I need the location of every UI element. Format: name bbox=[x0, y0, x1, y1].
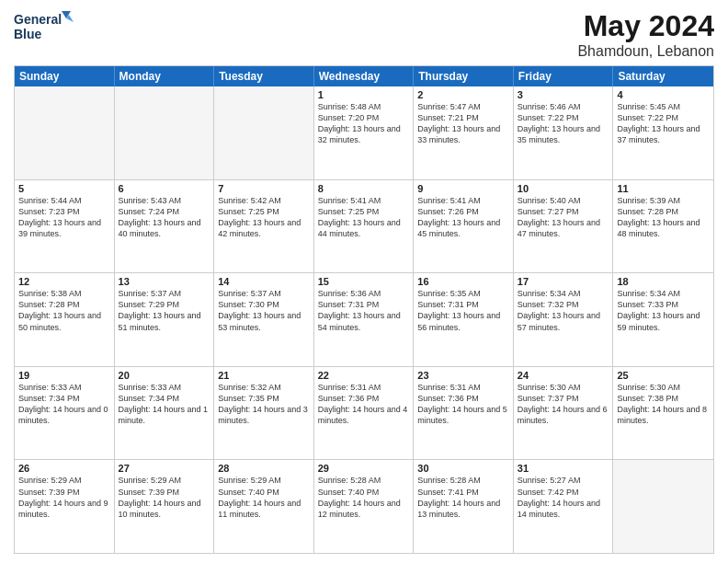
cell-info: Sunrise: 5:46 AMSunset: 7:22 PMDaylight:… bbox=[518, 102, 600, 144]
day-number: 5 bbox=[18, 183, 110, 194]
cal-cell-w4-d7: 25Sunrise: 5:30 AMSunset: 7:38 PMDayligh… bbox=[613, 367, 713, 460]
cal-cell-w5-d2: 27Sunrise: 5:29 AMSunset: 7:39 PMDayligh… bbox=[115, 460, 215, 553]
cell-info: Sunrise: 5:38 AMSunset: 7:28 PMDaylight:… bbox=[18, 289, 101, 331]
day-number: 1 bbox=[318, 89, 410, 100]
day-number: 2 bbox=[417, 89, 509, 100]
cell-info: Sunrise: 5:31 AMSunset: 7:36 PMDaylight:… bbox=[417, 383, 507, 425]
cell-info: Sunrise: 5:41 AMSunset: 7:26 PMDaylight:… bbox=[417, 196, 500, 238]
cell-info: Sunrise: 5:43 AMSunset: 7:24 PMDaylight:… bbox=[119, 196, 201, 238]
cell-info: Sunrise: 5:30 AMSunset: 7:37 PMDaylight:… bbox=[518, 383, 608, 425]
cell-info: Sunrise: 5:42 AMSunset: 7:25 PMDaylight:… bbox=[218, 196, 301, 238]
day-number: 15 bbox=[318, 276, 410, 287]
svg-text:General: General bbox=[14, 12, 62, 27]
day-number: 6 bbox=[119, 183, 210, 194]
page: General Blue May 2024 Bhamdoun, Lebanon … bbox=[0, 0, 728, 563]
cell-info: Sunrise: 5:44 AMSunset: 7:23 PMDaylight:… bbox=[18, 196, 101, 238]
cal-cell-w1-d2 bbox=[115, 86, 215, 179]
cell-info: Sunrise: 5:33 AMSunset: 7:34 PMDaylight:… bbox=[18, 383, 108, 425]
cal-cell-w3-d1: 12Sunrise: 5:38 AMSunset: 7:28 PMDayligh… bbox=[15, 273, 115, 366]
cell-info: Sunrise: 5:48 AMSunset: 7:20 PMDaylight:… bbox=[318, 102, 401, 144]
cal-cell-w1-d1 bbox=[15, 86, 115, 179]
cal-cell-w5-d4: 29Sunrise: 5:28 AMSunset: 7:40 PMDayligh… bbox=[314, 460, 415, 553]
cal-row-3: 12Sunrise: 5:38 AMSunset: 7:28 PMDayligh… bbox=[15, 273, 713, 367]
main-title: May 2024 bbox=[577, 9, 714, 43]
header-saturday: Saturday bbox=[613, 66, 713, 86]
day-number: 17 bbox=[518, 276, 609, 287]
cal-cell-w1-d5: 2Sunrise: 5:47 AMSunset: 7:21 PMDaylight… bbox=[414, 86, 514, 179]
header-sunday: Sunday bbox=[15, 66, 115, 86]
cell-info: Sunrise: 5:31 AMSunset: 7:36 PMDaylight:… bbox=[318, 383, 408, 425]
calendar-header: Sunday Monday Tuesday Wednesday Thursday… bbox=[15, 66, 713, 86]
day-number: 23 bbox=[417, 370, 509, 381]
day-number: 27 bbox=[119, 463, 210, 474]
day-number: 3 bbox=[518, 89, 609, 100]
cell-info: Sunrise: 5:41 AMSunset: 7:25 PMDaylight:… bbox=[318, 196, 401, 238]
day-number: 30 bbox=[417, 463, 509, 474]
cal-cell-w5-d6: 31Sunrise: 5:27 AMSunset: 7:42 PMDayligh… bbox=[514, 460, 614, 553]
cal-cell-w3-d4: 15Sunrise: 5:36 AMSunset: 7:31 PMDayligh… bbox=[314, 273, 415, 366]
cell-info: Sunrise: 5:33 AMSunset: 7:34 PMDaylight:… bbox=[119, 383, 209, 425]
cell-info: Sunrise: 5:28 AMSunset: 7:40 PMDaylight:… bbox=[318, 476, 401, 518]
cal-cell-w1-d7: 4Sunrise: 5:45 AMSunset: 7:22 PMDaylight… bbox=[613, 86, 713, 179]
cell-info: Sunrise: 5:45 AMSunset: 7:22 PMDaylight:… bbox=[617, 102, 700, 144]
header-monday: Monday bbox=[115, 66, 215, 86]
header-tuesday: Tuesday bbox=[214, 66, 314, 86]
header-wednesday: Wednesday bbox=[314, 66, 415, 86]
cell-info: Sunrise: 5:35 AMSunset: 7:31 PMDaylight:… bbox=[417, 289, 500, 331]
day-number: 9 bbox=[417, 183, 509, 194]
cell-info: Sunrise: 5:37 AMSunset: 7:29 PMDaylight:… bbox=[119, 289, 201, 331]
cal-row-1: 1Sunrise: 5:48 AMSunset: 7:20 PMDaylight… bbox=[15, 86, 713, 180]
day-number: 24 bbox=[518, 370, 609, 381]
cal-cell-w1-d3 bbox=[214, 86, 314, 179]
day-number: 7 bbox=[218, 183, 310, 194]
cell-info: Sunrise: 5:29 AMSunset: 7:39 PMDaylight:… bbox=[18, 476, 108, 518]
day-number: 13 bbox=[119, 276, 210, 287]
day-number: 28 bbox=[218, 463, 310, 474]
day-number: 25 bbox=[617, 370, 710, 381]
cell-info: Sunrise: 5:32 AMSunset: 7:35 PMDaylight:… bbox=[218, 383, 308, 425]
cal-cell-w2-d2: 6Sunrise: 5:43 AMSunset: 7:24 PMDaylight… bbox=[115, 180, 215, 273]
day-number: 18 bbox=[617, 276, 710, 287]
generalblue-logo: General Blue bbox=[14, 9, 78, 48]
header: General Blue May 2024 Bhamdoun, Lebanon bbox=[14, 9, 714, 60]
cell-info: Sunrise: 5:37 AMSunset: 7:30 PMDaylight:… bbox=[218, 289, 301, 331]
cal-cell-w2-d5: 9Sunrise: 5:41 AMSunset: 7:26 PMDaylight… bbox=[414, 180, 514, 273]
header-friday: Friday bbox=[514, 66, 614, 86]
cal-cell-w1-d4: 1Sunrise: 5:48 AMSunset: 7:20 PMDaylight… bbox=[314, 86, 415, 179]
day-number: 26 bbox=[18, 463, 110, 474]
cal-cell-w4-d4: 22Sunrise: 5:31 AMSunset: 7:36 PMDayligh… bbox=[314, 367, 415, 460]
title-block: May 2024 Bhamdoun, Lebanon bbox=[577, 9, 714, 60]
cal-row-4: 19Sunrise: 5:33 AMSunset: 7:34 PMDayligh… bbox=[15, 367, 713, 461]
cal-cell-w5-d5: 30Sunrise: 5:28 AMSunset: 7:41 PMDayligh… bbox=[414, 460, 514, 553]
subtitle: Bhamdoun, Lebanon bbox=[577, 43, 714, 60]
logo: General Blue bbox=[14, 9, 78, 48]
day-number: 31 bbox=[518, 463, 609, 474]
cal-cell-w4-d3: 21Sunrise: 5:32 AMSunset: 7:35 PMDayligh… bbox=[214, 367, 314, 460]
cell-info: Sunrise: 5:29 AMSunset: 7:40 PMDaylight:… bbox=[218, 476, 301, 518]
day-number: 10 bbox=[518, 183, 609, 194]
header-thursday: Thursday bbox=[414, 66, 514, 86]
day-number: 29 bbox=[318, 463, 410, 474]
cal-cell-w4-d1: 19Sunrise: 5:33 AMSunset: 7:34 PMDayligh… bbox=[15, 367, 115, 460]
cal-cell-w1-d6: 3Sunrise: 5:46 AMSunset: 7:22 PMDaylight… bbox=[514, 86, 614, 179]
cal-cell-w4-d5: 23Sunrise: 5:31 AMSunset: 7:36 PMDayligh… bbox=[414, 367, 514, 460]
svg-text:Blue: Blue bbox=[14, 27, 42, 41]
day-number: 16 bbox=[417, 276, 509, 287]
cal-cell-w4-d6: 24Sunrise: 5:30 AMSunset: 7:37 PMDayligh… bbox=[514, 367, 614, 460]
cell-info: Sunrise: 5:29 AMSunset: 7:39 PMDaylight:… bbox=[119, 476, 201, 518]
day-number: 8 bbox=[318, 183, 410, 194]
cal-cell-w2-d4: 8Sunrise: 5:41 AMSunset: 7:25 PMDaylight… bbox=[314, 180, 415, 273]
cal-cell-w3-d6: 17Sunrise: 5:34 AMSunset: 7:32 PMDayligh… bbox=[514, 273, 614, 366]
calendar-body: 1Sunrise: 5:48 AMSunset: 7:20 PMDaylight… bbox=[15, 86, 713, 553]
day-number: 12 bbox=[18, 276, 110, 287]
day-number: 21 bbox=[218, 370, 310, 381]
day-number: 22 bbox=[318, 370, 410, 381]
cell-info: Sunrise: 5:27 AMSunset: 7:42 PMDaylight:… bbox=[518, 476, 600, 518]
day-number: 14 bbox=[218, 276, 310, 287]
day-number: 20 bbox=[119, 370, 210, 381]
cal-cell-w3-d5: 16Sunrise: 5:35 AMSunset: 7:31 PMDayligh… bbox=[414, 273, 514, 366]
cal-cell-w4-d2: 20Sunrise: 5:33 AMSunset: 7:34 PMDayligh… bbox=[115, 367, 215, 460]
cal-cell-w2-d6: 10Sunrise: 5:40 AMSunset: 7:27 PMDayligh… bbox=[514, 180, 614, 273]
cell-info: Sunrise: 5:30 AMSunset: 7:38 PMDaylight:… bbox=[617, 383, 707, 425]
cal-cell-w5-d1: 26Sunrise: 5:29 AMSunset: 7:39 PMDayligh… bbox=[15, 460, 115, 553]
